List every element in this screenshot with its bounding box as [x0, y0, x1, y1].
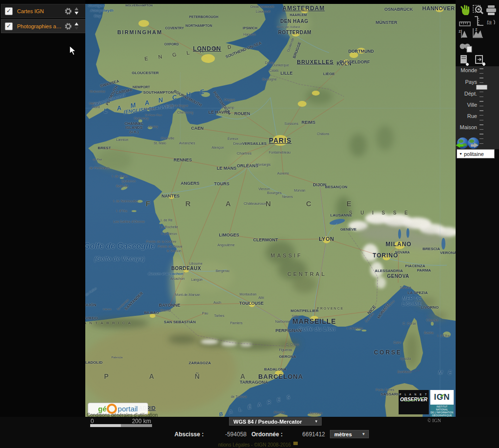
elevation-profile-axes-tool[interactable]: z: [471, 26, 484, 39]
abscisse-label: Abscisse :: [174, 431, 204, 438]
abscisse-value: -594058: [208, 431, 247, 438]
svg-text:ta: ta: [487, 19, 492, 26]
move-layer-up-icon[interactable]: [75, 22, 78, 25]
dropdown-arrow-icon: ▼: [362, 432, 368, 436]
zoom-selection-tool[interactable]: [472, 3, 484, 16]
map-viewport[interactable]: CardiganAberystwythBayWOLVERHAMPTONBIRMI…: [85, 4, 456, 417]
svg-text:z: z: [459, 29, 461, 34]
import-document-tool[interactable]: [474, 54, 486, 66]
map-terrain: [85, 4, 456, 417]
tools-panel: ta z z Monde Pays Dépt. Ville Rue Maison: [456, 0, 499, 448]
dropdown-arrow-icon: ▼: [314, 419, 321, 424]
elevation-profile-tool[interactable]: z: [458, 27, 470, 39]
unit-select[interactable]: mètres ▼: [330, 430, 369, 438]
layer-row-cartes-ign[interactable]: ✓ Cartes IGN: [1, 4, 86, 18]
scale-end-label: 200 km: [121, 418, 151, 425]
map-copyright: © IGN: [427, 418, 441, 423]
layer-label: Photographies aérie...: [17, 23, 63, 29]
search-results-tool[interactable]: [459, 40, 473, 53]
zoom-level-monde[interactable]: Monde: [456, 67, 477, 73]
move-layer-down-icon[interactable]: [75, 27, 78, 30]
pan-hand-tool[interactable]: [459, 4, 471, 17]
zoom-level-rue[interactable]: Rue: [456, 113, 477, 119]
zoom-slider-handle[interactable]: [476, 85, 487, 90]
legal-mentions-hint: ntions Légales - ©IGN 2008-2016: [218, 442, 291, 448]
back-arrow-icon: [456, 143, 460, 148]
scale-bar: [90, 424, 152, 427]
ordonnee-label: Ordonnée :: [251, 431, 283, 438]
zoom-level-dept[interactable]: Dépt.: [456, 91, 477, 97]
add-document-tool[interactable]: [459, 54, 471, 66]
planet-observer-logo: P L A N E T OBSERVER: [399, 390, 429, 414]
layer-row-photos-aeriennes[interactable]: ✓ Photographies aérie...: [1, 19, 86, 33]
scale-zero-label: 0: [91, 418, 94, 425]
gear-icon[interactable]: [64, 7, 72, 15]
layer-label: Cartes IGN: [17, 8, 63, 14]
zoom-slider-track[interactable]: [479, 68, 484, 147]
territory-value: politaine: [464, 151, 484, 157]
layer-checkbox[interactable]: ✓: [5, 22, 13, 30]
projection-select[interactable]: WGS 84 / Pseudo-Mercator ▼: [229, 417, 322, 426]
ign-logo: IGN INSTITUT NATIONALDE L'INFORMATION GÉ…: [430, 390, 454, 417]
layers-sidebar: ✓ Cartes IGN ✓ Photographies aérie...: [0, 0, 85, 448]
print-tool[interactable]: [485, 4, 498, 17]
dropdown-arrow-icon: ▼: [459, 152, 462, 156]
forward-arrow-icon: [474, 143, 479, 148]
zoom-level-maison[interactable]: Maison: [456, 124, 477, 130]
status-bar: 0 200 km WGS 84 / Pseudo-Mercator ▼ © IG…: [0, 417, 499, 448]
zoom-level-box: Monde Pays Dépt. Ville Rue Maison: [456, 66, 499, 149]
zoom-level-pays[interactable]: Pays: [456, 79, 477, 85]
measure-azimuth-tool[interactable]: ta: [485, 16, 498, 29]
gear-icon[interactable]: [64, 22, 72, 30]
legal-logo-fragment: [293, 442, 298, 445]
geoportail-logo-text: gé: [98, 405, 107, 413]
move-layer-up-icon[interactable]: [75, 7, 78, 10]
move-layer-down-icon[interactable]: [75, 12, 78, 15]
territory-select[interactable]: ▼ politaine: [457, 149, 495, 158]
conditions-link[interactable]: Conditions générales d'utilisation: [87, 412, 158, 417]
layer-checkbox[interactable]: ✓: [5, 7, 13, 15]
ordonnee-value: 6691412: [286, 431, 325, 438]
svg-text:z: z: [475, 27, 478, 32]
zoom-level-ville[interactable]: Ville: [456, 102, 477, 108]
